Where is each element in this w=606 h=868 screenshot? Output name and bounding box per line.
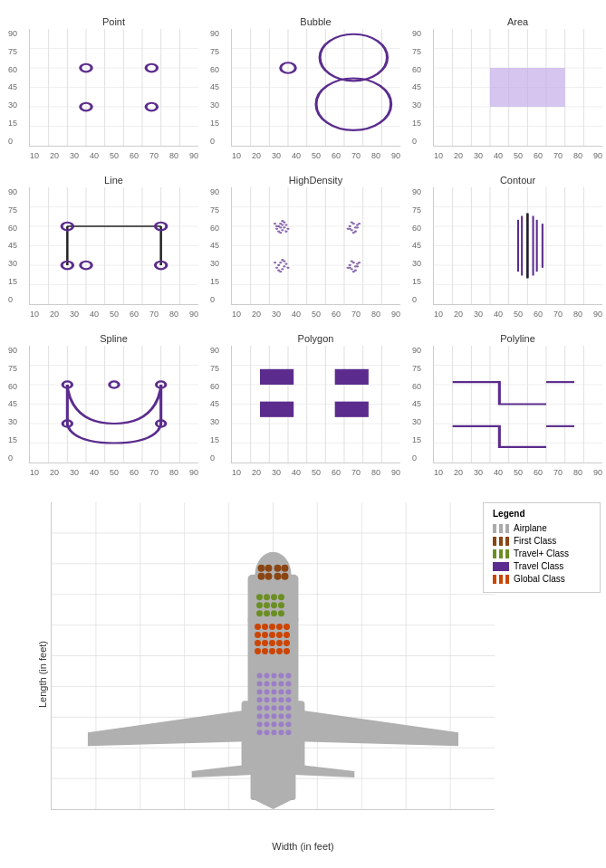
svg-point-112 [281,268,284,270]
legend-swatch-first-class [493,537,509,546]
svg-point-255 [262,640,268,646]
bubble-chart-area: 90 75 60 45 30 15 0 10 20 30 40 50 60 70… [231,29,400,147]
svg-point-104 [358,223,361,224]
y-axis-title: Length (in feet) [37,641,48,708]
svg-point-259 [255,648,261,654]
svg-point-105 [351,222,353,224]
svg-rect-185 [335,369,369,385]
svg-point-276 [272,689,277,694]
legend-swatch-global [493,575,509,584]
svg-point-95 [281,224,284,225]
svg-point-243 [278,610,284,616]
svg-point-119 [277,270,280,272]
svg-point-275 [265,689,270,694]
spline-chart-area: 90 75 60 45 30 15 0 10 20 30 40 50 60 70… [29,346,198,463]
svg-point-85 [275,228,278,230]
svg-point-116 [274,262,276,263]
svg-point-91 [277,231,280,233]
svg-point-109 [277,264,280,266]
svg-point-300 [265,730,270,735]
airplane-chart-wrapper: Length (in feet) [0,486,606,859]
x-axis-title: Width (in feet) [272,841,333,852]
svg-point-284 [257,705,263,711]
legend-item-travel-plus: Travel+ Class [493,548,591,558]
svg-point-267 [278,672,284,678]
small-charts-grid: Point [0,0,606,486]
svg-point-234 [271,594,277,600]
svg-point-244 [255,624,261,630]
svg-rect-187 [335,402,369,417]
svg-point-31 [320,34,387,81]
svg-point-268 [285,672,291,678]
svg-point-131 [349,267,351,269]
svg-point-279 [257,697,263,702]
line-chart: Line [4,166,206,324]
svg-point-280 [265,697,270,702]
svg-point-287 [278,705,284,711]
svg-point-297 [278,721,284,727]
legend-item-first-class: First Class [493,536,591,546]
svg-point-241 [264,610,270,616]
area-chart-area: 90 75 60 45 30 15 0 10 20 30 40 50 60 70… [433,29,602,147]
svg-point-233 [264,594,270,600]
legend-item-travel: Travel Class [493,561,591,571]
legend-label-first-class: First Class [514,536,556,546]
svg-point-129 [351,261,353,262]
svg-point-269 [257,681,263,686]
bubble-chart: Bubble [206,7,408,166]
svg-point-261 [269,648,275,654]
svg-point-301 [272,730,277,735]
legend-swatch-travel [493,562,509,571]
svg-point-247 [276,624,283,630]
svg-point-266 [272,672,277,678]
svg-point-121 [349,264,351,266]
polyline-chart-area: 90 75 60 45 30 15 0 10 20 30 40 50 60 70… [433,346,602,463]
svg-point-298 [285,721,291,727]
svg-point-130 [354,270,357,272]
svg-point-84 [281,229,284,231]
polygon-chart-area: 90 75 60 45 30 15 0 10 20 30 40 50 60 70… [231,346,400,463]
line-chart-title: Line [29,175,198,186]
svg-point-263 [284,648,290,654]
svg-point-282 [278,697,284,702]
svg-point-245 [262,624,268,630]
legend-item-airplane: Airplane [493,523,591,533]
svg-point-290 [265,713,270,719]
svg-point-277 [278,689,284,694]
svg-rect-46 [490,68,565,107]
svg-point-253 [284,632,290,638]
polyline-chart-title: Polyline [433,333,602,344]
svg-point-229 [274,573,281,580]
svg-point-265 [265,672,270,678]
svg-point-250 [262,632,268,638]
svg-point-264 [257,672,263,678]
svg-point-274 [257,689,263,694]
svg-point-262 [276,648,283,654]
svg-point-231 [281,573,288,580]
svg-point-302 [278,730,284,735]
svg-point-224 [258,565,265,572]
spline-chart: Spline [4,324,206,482]
svg-point-238 [271,602,277,608]
svg-point-120 [283,261,285,262]
polygon-chart: Polygon [206,324,408,482]
svg-point-281 [272,697,277,702]
svg-point-92 [283,222,285,224]
point-chart-title: Point [29,16,198,27]
svg-point-273 [285,681,291,686]
svg-rect-184 [260,369,293,385]
svg-point-260 [262,648,268,654]
airplane-chart-area: 1000 900 800 700 600 500 400 300 200 100… [51,502,495,810]
svg-point-228 [274,565,281,572]
svg-point-278 [285,689,291,694]
svg-point-227 [265,573,273,580]
svg-point-114 [284,262,287,264]
svg-point-283 [285,697,291,702]
legend-label-airplane: Airplane [514,523,547,533]
svg-point-128 [358,262,361,263]
svg-point-256 [269,640,275,646]
svg-point-88 [274,223,276,224]
svg-point-303 [285,730,291,735]
svg-point-235 [278,594,284,600]
svg-point-248 [284,624,290,630]
